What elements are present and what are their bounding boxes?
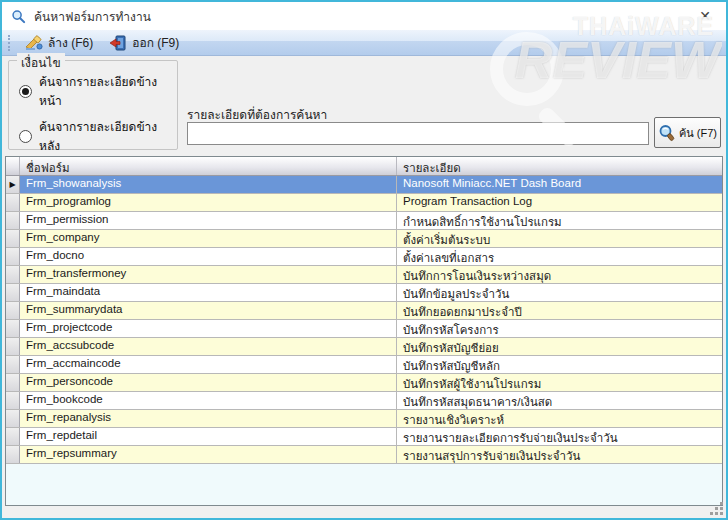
cell-description: Nanosoft Miniacc.NET Dash Board (397, 176, 722, 193)
row-selector-cell (6, 446, 20, 463)
row-selector-cell (6, 248, 20, 265)
radio-search-detail-back[interactable]: ค้นจากรายละเอียดข้างหลัง (19, 117, 177, 155)
cell-description: กำหนดสิทธิ์การใช้งานโปรแกรม (397, 212, 722, 229)
cell-form-name: Frm_bookcode (20, 392, 397, 409)
condition-groupbox: เงื่อนไข ค้นจากรายละเอียดข้างหน้า ค้นจาก… (8, 60, 178, 150)
table-rows: ▶Frm_showanalysisNanosoft Miniacc.NET Da… (6, 176, 722, 464)
cell-description: รายงานสรุปการรับจ่ายเงินประจำวัน (397, 446, 722, 463)
row-selector-cell (6, 230, 20, 247)
row-selector-cell (6, 284, 20, 301)
table-row[interactable]: Frm_accmaincodeบันทึกรหัสบัญชีหลัก (6, 356, 722, 374)
table-row[interactable]: Frm_programlogProgram Transaction Log (6, 194, 722, 212)
search-icon (11, 9, 26, 24)
cell-description: บันทึกยอดยกมาประจำปี (397, 302, 722, 319)
cell-description: บันทึกข้อมูลประจำวัน (397, 284, 722, 301)
row-selector-cell (6, 428, 20, 445)
clear-brush-icon (25, 35, 43, 51)
row-selector-cell (6, 392, 20, 409)
exit-button-label: ออก (F9) (132, 33, 179, 52)
resize-grip[interactable] (710, 502, 723, 515)
window-title: ค้นหาฟอร์มการทำงาน (34, 7, 151, 26)
cell-form-name: Frm_transfermoney (20, 266, 397, 283)
radio-circle-icon (19, 130, 32, 143)
table-row[interactable]: Frm_permissionกำหนดสิทธิ์การใช้งานโปรแกร… (6, 212, 722, 230)
table-header: ชื่อฟอร์ม รายละเอียด (6, 157, 722, 176)
cell-form-name: Frm_repanalysis (20, 410, 397, 427)
search-button[interactable]: ค้น (F7) (654, 117, 721, 148)
cell-form-name: Frm_company (20, 230, 397, 247)
table-row[interactable]: Frm_maindataบันทึกข้อมูลประจำวัน (6, 284, 722, 302)
table-row[interactable]: Frm_summarydataบันทึกยอดยกมาประจำปี (6, 302, 722, 320)
table-row[interactable]: Frm_repsummaryรายงานสรุปการรับจ่ายเงินปร… (6, 446, 722, 464)
radio-label: ค้นจากรายละเอียดข้างหน้า (39, 72, 177, 110)
table-row[interactable]: Frm_bookcodeบันทึกรหัสสมุดธนาคาร/เงินสด (6, 392, 722, 410)
cell-description: บันทึกรหัสบัญชีหลัก (397, 356, 722, 373)
header-description[interactable]: รายละเอียด (397, 157, 722, 175)
table-row[interactable]: Frm_transfermoneyบันทึกการโอนเงินระหว่าง… (6, 266, 722, 284)
row-selector-cell (6, 356, 20, 373)
cell-form-name: Frm_docno (20, 248, 397, 265)
close-button[interactable]: ✕ (684, 2, 726, 30)
header-row-selector (6, 157, 20, 175)
table-row[interactable]: Frm_repdetailรายงานรายละเอียดการรับจ่ายเ… (6, 428, 722, 446)
search-input[interactable] (187, 122, 649, 145)
cell-description: รายงานเชิงวิเคราะห์ (397, 410, 722, 427)
cell-description: บันทึกรหัสผู้ใช้งานโปรแกรม (397, 374, 722, 391)
row-selector-cell (6, 338, 20, 355)
exit-button[interactable]: ออก (F9) (101, 30, 187, 55)
row-selector-cell (6, 320, 20, 337)
table-row[interactable]: ▶Frm_showanalysisNanosoft Miniacc.NET Da… (6, 176, 722, 194)
row-selector-cell (6, 410, 20, 427)
row-selector-cell (6, 302, 20, 319)
title-bar: ค้นหาฟอร์มการทำงาน ✕ (2, 2, 726, 30)
row-selector-cell (6, 212, 20, 229)
cell-description: บันทึกรหัสบัญชีย่อย (397, 338, 722, 355)
table-row[interactable]: Frm_personcodeบันทึกรหัสผู้ใช้งานโปรแกรม (6, 374, 722, 392)
condition-group-title: เงื่อนไข (17, 53, 65, 72)
row-selector-cell (6, 266, 20, 283)
cell-form-name: Frm_permission (20, 212, 397, 229)
cell-form-name: Frm_projectcode (20, 320, 397, 337)
cell-form-name: Frm_showanalysis (20, 176, 397, 193)
radio-search-detail-front[interactable]: ค้นจากรายละเอียดข้างหน้า (19, 72, 177, 110)
table-row[interactable]: Frm_accsubcodeบันทึกรหัสบัญชีย่อย (6, 338, 722, 356)
clear-button-label: ล้าง (F6) (48, 33, 93, 52)
table-row[interactable]: Frm_projectcodeบันทึกรหัสโครงการ (6, 320, 722, 338)
toolbar: ล้าง (F6) ออก (F9) (2, 30, 726, 56)
cell-description: รายงานรายละเอียดการรับจ่ายเงินประจำวัน (397, 428, 722, 445)
cell-description: ตั้งค่าเลขที่เอกสาร (397, 248, 722, 265)
cell-description: บันทึกรหัสสมุดธนาคาร/เงินสด (397, 392, 722, 409)
radio-label: ค้นจากรายละเอียดข้างหลัง (39, 117, 177, 155)
exit-door-icon (109, 35, 127, 51)
dialog-window: ค้นหาฟอร์มการทำงาน ✕ ล้าง (F6) ออก (F9) … (0, 0, 728, 520)
cell-form-name: Frm_repdetail (20, 428, 397, 445)
cell-description: ตั้งค่าเริ่มต้นระบบ (397, 230, 722, 247)
cell-form-name: Frm_programlog (20, 194, 397, 211)
toolbar-grip (8, 35, 11, 51)
cell-description: บันทึกรหัสโครงการ (397, 320, 722, 337)
radio-circle-icon (19, 85, 32, 98)
cell-form-name: Frm_accmaincode (20, 356, 397, 373)
table-row[interactable]: Frm_companyตั้งค่าเริ่มต้นระบบ (6, 230, 722, 248)
cell-form-name: Frm_personcode (20, 374, 397, 391)
table-row[interactable]: Frm_repanalysisรายงานเชิงวิเคราะห์ (6, 410, 722, 428)
search-magnifier-icon (658, 124, 676, 142)
row-selector-cell (6, 194, 20, 211)
cell-form-name: Frm_maindata (20, 284, 397, 301)
table-row[interactable]: Frm_docnoตั้งค่าเลขที่เอกสาร (6, 248, 722, 266)
cell-form-name: Frm_accsubcode (20, 338, 397, 355)
cell-description: บันทึกการโอนเงินระหว่างสมุด (397, 266, 722, 283)
results-table: ชื่อฟอร์ม รายละเอียด ▶Frm_showanalysisNa… (5, 156, 723, 506)
clear-button[interactable]: ล้าง (F6) (17, 30, 101, 55)
search-button-label: ค้น (F7) (679, 124, 717, 142)
header-form-name[interactable]: ชื่อฟอร์ม (20, 157, 397, 175)
cell-form-name: Frm_repsummary (20, 446, 397, 463)
cell-description: Program Transaction Log (397, 194, 722, 211)
row-selector-cell: ▶ (6, 176, 20, 193)
cell-form-name: Frm_summarydata (20, 302, 397, 319)
row-selector-cell (6, 374, 20, 391)
